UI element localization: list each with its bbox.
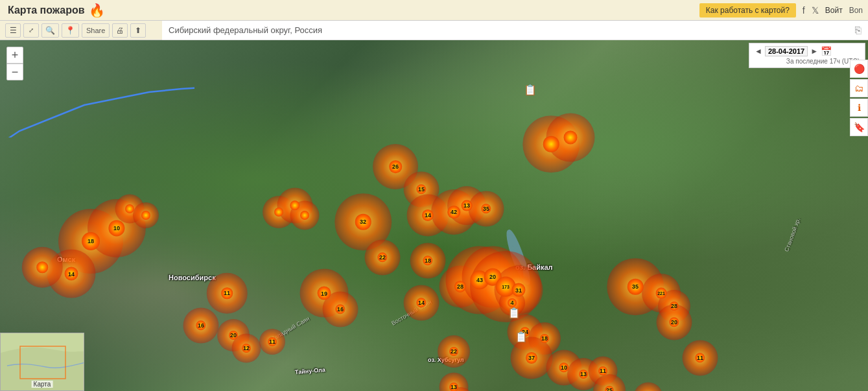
header-right: Как работать с картой? f 𝕏 Войт Bon [699,3,868,18]
share-button[interactable]: Share [82,23,110,38]
zoom-in-button[interactable]: + [6,47,23,64]
partial-text: Bon [849,6,863,15]
fit-button[interactable]: ⤢ [23,23,39,38]
fire-dot-36[interactable]: 25 [605,386,614,391]
date-prev-button[interactable]: ◄ [755,47,762,56]
fire-dot-28[interactable]: 18 [540,334,549,343]
fire-dot-11[interactable]: 32 [355,214,371,230]
fire-dot-39[interactable]: 35 [628,279,644,295]
fire-dot-32[interactable]: 13 [579,370,588,379]
twitter-icon[interactable]: 𝕏 [812,5,819,16]
fire-dot-17[interactable]: 13 [462,200,473,211]
fire-dot-16[interactable]: 42 [447,206,460,219]
header: Карта пожаров 🔥 Как работать с картой? f… [0,0,868,21]
date-subtitle: За последние 17ч (UTC) [755,58,860,65]
pin-button[interactable]: 📍 [62,23,79,38]
calendar-button[interactable]: 📅 [821,46,832,56]
fire-dot-40[interactable]: 221 [656,288,667,299]
fire-dot-3[interactable] [36,261,48,273]
copy-icon[interactable]: ⎘ [855,25,862,36]
fire-dot-2[interactable]: 14 [65,267,78,281]
map-container[interactable]: Енисей + − Омск Новосибирск оз. Байкал о… [0,40,868,391]
logo-text: Карта пожаров [8,5,85,16]
logo-area: Карта пожаров 🔥 [0,3,113,18]
right-panel-bookmark-button[interactable]: 🔖 [850,118,868,136]
right-panel-layer-button[interactable]: 🗂 [850,79,868,97]
fire-dot-6[interactable]: 20 [229,331,238,340]
collapse-button[interactable]: ☰ [5,23,21,38]
date-next-button[interactable]: ► [810,47,818,56]
doc-icon-3[interactable]: 📋 [515,331,528,343]
fire-logo-icon: 🔥 [89,3,105,18]
fire-dot-49[interactable] [141,211,150,220]
fire-dot-7[interactable]: 12 [242,344,251,353]
fire-dot-4[interactable]: 11 [221,287,233,299]
fire-dot-8[interactable]: 11 [268,337,277,346]
doc-icon-1[interactable]: 📋 [524,84,537,96]
upload-button[interactable]: ⬆ [130,23,146,38]
right-panel-info-button[interactable]: ℹ [850,99,868,117]
right-panel-fire-button[interactable]: 🔴 [850,60,868,78]
facebook-icon[interactable]: f [803,5,805,16]
print-button[interactable]: 🖨 [112,23,128,38]
fire-dot-44[interactable] [564,131,578,145]
doc-icon-2[interactable]: 📋 [508,307,521,319]
mini-map[interactable]: Карта [0,333,84,391]
search-bar: ⎘ [162,21,868,40]
fire-dot-0[interactable]: 18 [82,232,100,250]
login-button[interactable]: Войт [825,6,843,15]
date-value: 28-04-2017 [765,46,808,56]
search-input[interactable] [169,25,855,35]
fire-dot-48[interactable] [125,204,134,213]
fire-dot-24[interactable]: 31 [512,283,526,297]
date-panel: ◄ 28-04-2017 ► 📅 За последние 17ч (UTC) [749,43,865,68]
fire-dot-47[interactable] [300,211,309,220]
right-panel: 🔴 🗂 ℹ 🔖 [850,60,868,136]
mini-map-label: Карта [32,381,53,388]
fire-dot-41[interactable]: 28 [670,302,679,311]
search-button[interactable]: 🔍 [41,23,59,38]
fire-dot-45[interactable] [274,207,283,217]
map-toolbar: ☰ ⤢ 🔍 📍 Share 🖨 ⬆ [0,21,162,40]
fire-dot-34[interactable]: 13 [449,383,458,391]
fire-dot-33[interactable]: 11 [598,366,607,375]
how-to-button[interactable]: Как работать с картой? [699,3,796,18]
fire-dot-13[interactable]: 26 [389,160,402,173]
fire-dot-9[interactable]: 19 [318,287,331,300]
fire-dot-43[interactable] [543,136,559,152]
zoom-out-button[interactable]: − [6,64,23,80]
fire-dot-29[interactable]: 22 [449,347,458,356]
zoom-controls: + − [6,47,23,80]
